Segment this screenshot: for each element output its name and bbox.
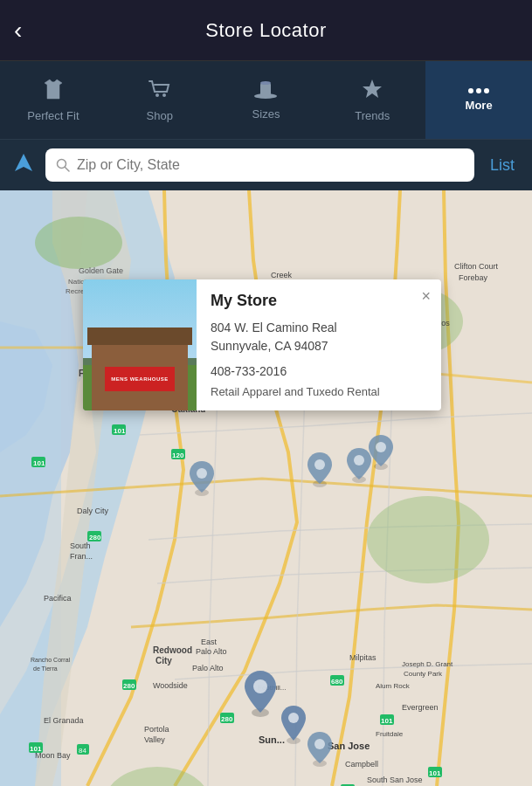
list-button[interactable]: List xyxy=(483,153,522,178)
search-bar: List xyxy=(0,140,532,190)
svg-text:Portola: Portola xyxy=(144,725,169,734)
back-button[interactable]: ‹ xyxy=(14,17,22,45)
svg-text:Redwood: Redwood xyxy=(153,645,192,655)
svg-text:El Granada: El Granada xyxy=(44,716,84,725)
store-address: 804 W. El Camino Real Sunnyvale, CA 9408… xyxy=(211,319,427,355)
map-area: Golden Gate National Recreation Area San… xyxy=(0,190,532,786)
svg-text:Palo Alto: Palo Alto xyxy=(192,664,224,672)
svg-text:Sun...: Sun... xyxy=(259,734,285,745)
svg-marker-5 xyxy=(363,79,382,98)
tab-more[interactable]: More xyxy=(425,61,532,139)
cart-icon xyxy=(148,78,172,104)
svg-text:280: 280 xyxy=(89,534,101,541)
store-phone: 408-733-2016 xyxy=(211,364,427,378)
svg-text:101: 101 xyxy=(381,717,393,725)
search-input-wrapper xyxy=(45,148,474,182)
address-line2: Sunnyvale, CA 94087 xyxy=(211,339,328,353)
svg-text:Evergreen: Evergreen xyxy=(402,703,439,712)
tab-shop-label: Shop xyxy=(147,109,173,122)
tab-perfect-fit[interactable]: Perfect Fit xyxy=(0,61,107,139)
svg-point-110 xyxy=(197,468,207,479)
svg-text:Fran...: Fran... xyxy=(70,552,93,561)
svg-text:Joseph D. Grant: Joseph D. Grant xyxy=(402,660,453,668)
svg-text:Daly City: Daly City xyxy=(77,507,109,515)
store-sign: MENS WEARHOUSE xyxy=(105,367,175,391)
svg-point-120 xyxy=(288,713,299,723)
svg-text:120: 120 xyxy=(172,452,184,459)
store-popup: MENS WEARHOUSE × My Store 804 W. El Cami… xyxy=(83,279,441,410)
tab-more-label: More xyxy=(466,99,493,112)
svg-text:South: South xyxy=(70,541,91,550)
svg-text:Woodside: Woodside xyxy=(153,681,188,690)
svg-text:Clifton Court: Clifton Court xyxy=(454,262,499,271)
svg-point-0 xyxy=(155,93,159,97)
svg-text:East: East xyxy=(201,638,218,646)
svg-point-13 xyxy=(367,496,489,583)
svg-point-122 xyxy=(314,739,325,749)
svg-text:101: 101 xyxy=(30,745,42,753)
svg-text:Alum Rock: Alum Rock xyxy=(376,682,411,690)
tab-perfect-fit-label: Perfect Fit xyxy=(27,109,79,122)
svg-point-1 xyxy=(162,93,166,97)
star-icon xyxy=(361,78,383,104)
svg-text:de Tierra: de Tierra xyxy=(33,665,58,672)
hat-icon xyxy=(252,79,279,102)
tab-trends[interactable]: Trends xyxy=(319,61,425,139)
popup-content: × My Store 804 W. El Camino Real Sunnyva… xyxy=(197,279,441,410)
store-image: MENS WEARHOUSE xyxy=(83,279,197,410)
popup-close-button[interactable]: × xyxy=(421,288,431,304)
svg-text:84: 84 xyxy=(79,747,86,755)
tab-sizes-label: Sizes xyxy=(252,107,280,121)
svg-point-112 xyxy=(314,459,325,470)
svg-line-8 xyxy=(66,168,70,172)
svg-text:San Jose: San Jose xyxy=(328,741,370,751)
store-type: Retail Apparel and Tuxedo Rental xyxy=(211,385,427,398)
svg-text:County Park: County Park xyxy=(404,670,443,678)
page-title: Store Locator xyxy=(205,19,327,42)
svg-text:Fruitdale: Fruitdale xyxy=(376,730,404,738)
svg-marker-6 xyxy=(15,154,32,171)
dots-icon xyxy=(468,88,489,93)
svg-text:Valley: Valley xyxy=(144,735,165,744)
svg-text:Pacifica: Pacifica xyxy=(44,594,72,603)
tab-sizes[interactable]: Sizes xyxy=(213,61,320,139)
svg-text:680: 680 xyxy=(331,678,343,686)
svg-text:280: 280 xyxy=(123,682,135,690)
search-input[interactable] xyxy=(77,157,464,173)
svg-text:Milpitas: Milpitas xyxy=(349,653,377,662)
svg-text:Forebay: Forebay xyxy=(459,273,488,282)
search-icon xyxy=(56,158,70,172)
svg-text:Creek: Creek xyxy=(271,271,293,279)
svg-text:101: 101 xyxy=(114,427,126,435)
address-line1: 804 W. El Camino Real xyxy=(211,321,337,334)
tab-trends-label: Trends xyxy=(355,109,390,122)
svg-rect-3 xyxy=(260,83,271,96)
location-button[interactable] xyxy=(10,149,37,181)
svg-text:South San Jose: South San Jose xyxy=(367,776,423,784)
svg-text:101: 101 xyxy=(429,769,441,777)
svg-text:Palo Alto: Palo Alto xyxy=(196,647,227,656)
svg-point-114 xyxy=(354,455,364,465)
svg-text:Golden Gate: Golden Gate xyxy=(79,266,123,275)
svg-text:Campbell: Campbell xyxy=(345,760,378,769)
store-name: My Store xyxy=(211,292,427,310)
svg-text:Rancho Corral: Rancho Corral xyxy=(31,657,71,663)
svg-text:City: City xyxy=(155,656,172,665)
tab-shop[interactable]: Shop xyxy=(107,61,213,139)
header: ‹ Store Locator xyxy=(0,0,532,61)
svg-text:280: 280 xyxy=(221,715,233,723)
svg-point-11 xyxy=(35,217,122,269)
shirt-icon xyxy=(41,78,66,104)
svg-point-4 xyxy=(260,81,271,85)
nav-tabs: Perfect Fit Shop Sizes Trends xyxy=(0,61,532,140)
svg-text:101: 101 xyxy=(33,459,45,467)
svg-point-116 xyxy=(376,442,386,452)
svg-point-118 xyxy=(253,679,267,693)
